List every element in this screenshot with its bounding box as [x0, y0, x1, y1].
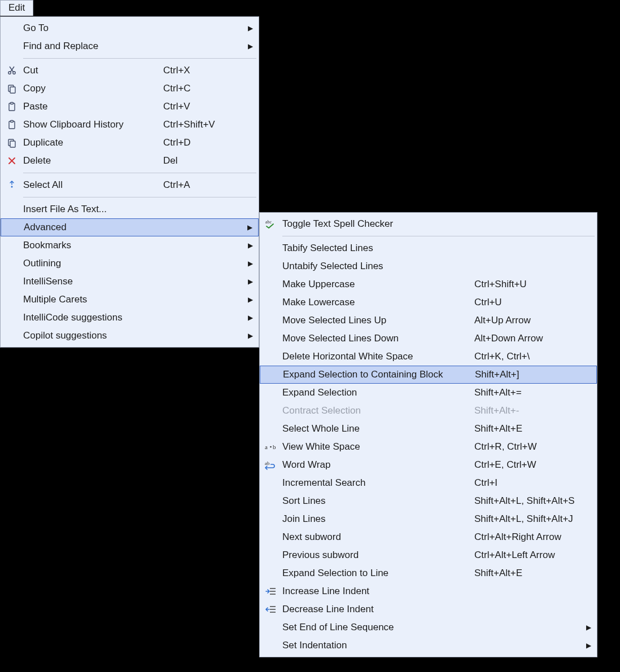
- edit-menu-item-copilot-suggestions[interactable]: Copilot suggestions▶: [1, 327, 259, 345]
- edit-menu-item-copy[interactable]: CopyCtrl+C: [1, 80, 259, 98]
- menu-item-label: Expand Selection: [282, 387, 357, 398]
- menu-item-label: Insert File As Text...: [23, 204, 107, 215]
- advanced-menu-item-increase-line-indent[interactable]: Increase Line Indent: [260, 582, 597, 600]
- edit-menu-item-paste[interactable]: PasteCtrl+V: [1, 98, 259, 116]
- menu-item-label: Expand Selection to Line: [282, 568, 388, 579]
- edit-menu-item-show-clipboard-history[interactable]: Show Clipboard HistoryCtrl+Shift+V: [1, 116, 259, 134]
- edit-menu-body: Go To▶Find and Replace▶CutCtrl+XCopyCtrl…: [1, 17, 259, 347]
- menu-item-label: Set End of Line Sequence: [282, 622, 394, 633]
- edit-menu-item-find-and-replace[interactable]: Find and Replace▶: [1, 37, 259, 55]
- advanced-submenu: abcToggle Text Spell CheckerTabify Selec…: [259, 212, 597, 657]
- copy-icon: [1, 84, 23, 94]
- svg-rect-11: [10, 141, 15, 147]
- menu-item-label: Contract Selection: [282, 405, 361, 416]
- edit-menu-separator: [23, 58, 256, 59]
- indent-icon: [260, 587, 282, 596]
- chevron-right-icon: ▶: [248, 278, 253, 286]
- edit-menu-item-multiple-carets[interactable]: Multiple Carets▶: [1, 291, 259, 309]
- chevron-right-icon: ▶: [586, 642, 591, 649]
- menu-item-label: Increase Line Indent: [282, 586, 369, 597]
- advanced-menu-item-next-subword[interactable]: Next subwordCtrl+Alt+Right Arrow: [260, 528, 597, 546]
- menu-item-label: Copy: [23, 83, 46, 94]
- edit-menu-item-select-all[interactable]: Select AllCtrl+A: [1, 176, 259, 194]
- svg-text:b: b: [273, 443, 276, 450]
- menu-item-shortcut: Ctrl+I: [474, 477, 497, 489]
- advanced-menu-item-incremental-search[interactable]: Incremental SearchCtrl+I: [260, 474, 597, 492]
- menu-item-label: Incremental Search: [282, 477, 365, 489]
- chevron-right-icon: ▶: [248, 260, 253, 267]
- edit-menu-item-intellicode-suggestions[interactable]: IntelliCode suggestions▶: [1, 309, 259, 327]
- menu-item-label: Make Uppercase: [282, 279, 355, 290]
- paste-icon: [1, 102, 23, 112]
- menu-item-label: Go To: [23, 23, 49, 34]
- edit-menu-item-duplicate[interactable]: DuplicateCtrl+D: [1, 134, 259, 152]
- edit-menu-item-cut[interactable]: CutCtrl+X: [1, 62, 259, 80]
- advanced-menu-item-set-end-of-line-sequence[interactable]: Set End of Line Sequence▶: [260, 618, 597, 636]
- select-all-icon: [1, 180, 23, 190]
- advanced-menu-item-expand-selection[interactable]: Expand SelectionShift+Alt+=: [260, 384, 597, 402]
- advanced-menu-item-expand-selection-to-containing-block[interactable]: Expand Selection to Containing BlockShif…: [260, 366, 597, 384]
- svg-text:ab: ab: [265, 460, 270, 466]
- advanced-menu-item-decrease-line-indent[interactable]: Decrease Line Indent: [260, 600, 597, 618]
- edit-menu-separator: [23, 197, 256, 197]
- advanced-menu-item-untabify-selected-lines[interactable]: Untabify Selected Lines: [260, 257, 597, 275]
- advanced-menu-item-select-whole-line[interactable]: Select Whole LineShift+Alt+E: [260, 420, 597, 438]
- advanced-menu-item-join-lines[interactable]: Join LinesShift+Alt+L, Shift+Alt+J: [260, 510, 597, 528]
- advanced-menu-item-move-selected-lines-up[interactable]: Move Selected Lines UpAlt+Up Arrow: [260, 311, 597, 330]
- menu-item-label: Previous subword: [282, 550, 359, 561]
- svg-rect-9: [11, 121, 14, 122]
- edit-menu-title[interactable]: Edit: [0, 0, 33, 16]
- chevron-right-icon: ▶: [248, 241, 253, 249]
- menu-item-label: Set Indentation: [282, 640, 347, 651]
- advanced-menu-item-view-white-space[interactable]: abView White SpaceCtrl+R, Ctrl+W: [260, 438, 597, 456]
- menu-item-label: Expand Selection to Containing Block: [283, 369, 443, 380]
- advanced-menu-item-word-wrap[interactable]: abWord WrapCtrl+E, Ctrl+W: [260, 456, 597, 474]
- delete-icon: [1, 156, 23, 166]
- chevron-right-icon: ▶: [586, 623, 591, 631]
- advanced-menu-item-tabify-selected-lines[interactable]: Tabify Selected Lines: [260, 239, 597, 257]
- advanced-menu-item-previous-subword[interactable]: Previous subwordCtrl+Alt+Left Arrow: [260, 546, 597, 564]
- advanced-menu-item-make-lowercase[interactable]: Make LowercaseCtrl+U: [260, 293, 597, 311]
- menu-item-label: Cut: [23, 65, 38, 76]
- advanced-menu-item-expand-selection-to-line[interactable]: Expand Selection to LineShift+Alt+E: [260, 564, 597, 582]
- edit-menu-item-intellisense[interactable]: IntelliSense▶: [1, 273, 259, 291]
- menu-item-label: Advanced: [24, 222, 67, 233]
- outdent-icon: [260, 605, 282, 614]
- advanced-menu-item-make-uppercase[interactable]: Make UppercaseCtrl+Shift+U: [260, 275, 597, 293]
- menu-item-label: Make Lowercase: [282, 297, 355, 308]
- menu-item-label: Move Selected Lines Down: [282, 333, 399, 344]
- svg-rect-7: [11, 103, 14, 104]
- menu-item-shortcut: Ctrl+K, Ctrl+\: [474, 351, 530, 362]
- advanced-menu-item-sort-lines[interactable]: Sort LinesShift+Alt+L, Shift+Alt+S: [260, 492, 597, 510]
- chevron-right-icon: ▶: [248, 314, 253, 322]
- duplicate-icon: [1, 138, 23, 148]
- edit-menu-item-bookmarks[interactable]: Bookmarks▶: [1, 236, 259, 254]
- menu-item-shortcut: Ctrl+U: [474, 297, 502, 308]
- advanced-menu-separator: [282, 236, 595, 236]
- edit-menu-separator: [23, 173, 256, 173]
- advanced-menu-item-toggle-text-spell-checker[interactable]: abcToggle Text Spell Checker: [260, 215, 597, 233]
- edit-menu-title-label: Edit: [8, 2, 25, 13]
- menu-item-label: Duplicate: [23, 137, 63, 148]
- svg-text:a: a: [265, 443, 268, 450]
- edit-menu-item-insert-file-as-text[interactable]: Insert File As Text...: [1, 200, 259, 218]
- svg-point-14: [11, 186, 13, 188]
- menu-item-label: Decrease Line Indent: [282, 604, 374, 615]
- advanced-menu-item-set-indentation[interactable]: Set Indentation▶: [260, 636, 597, 655]
- edit-menu-item-outlining[interactable]: Outlining▶: [1, 254, 259, 273]
- edit-menu: Go To▶Find and Replace▶CutCtrl+XCopyCtrl…: [0, 16, 259, 348]
- menu-item-label: Bookmarks: [23, 240, 71, 251]
- menu-item-shortcut: Shift+Alt+-: [474, 405, 519, 416]
- edit-menu-item-go-to[interactable]: Go To▶: [1, 19, 259, 37]
- edit-menu-item-delete[interactable]: DeleteDel: [1, 152, 259, 170]
- menu-item-shortcut: Shift+Alt+L, Shift+Alt+J: [474, 513, 573, 525]
- advanced-menu-item-move-selected-lines-down[interactable]: Move Selected Lines DownAlt+Down Arrow: [260, 330, 597, 348]
- menu-item-label: Find and Replace: [23, 41, 98, 52]
- menu-item-shortcut: Shift+Alt+E: [474, 568, 522, 579]
- menu-item-label: Tabify Selected Lines: [282, 243, 373, 254]
- whitespace-icon: ab: [260, 443, 282, 451]
- menu-item-shortcut: Ctrl+V: [163, 101, 190, 112]
- advanced-menu-item-delete-horizontal-white-space[interactable]: Delete Horizontal White SpaceCtrl+K, Ctr…: [260, 348, 597, 366]
- svg-point-17: [270, 446, 272, 448]
- edit-menu-item-advanced[interactable]: Advanced▶: [1, 218, 259, 236]
